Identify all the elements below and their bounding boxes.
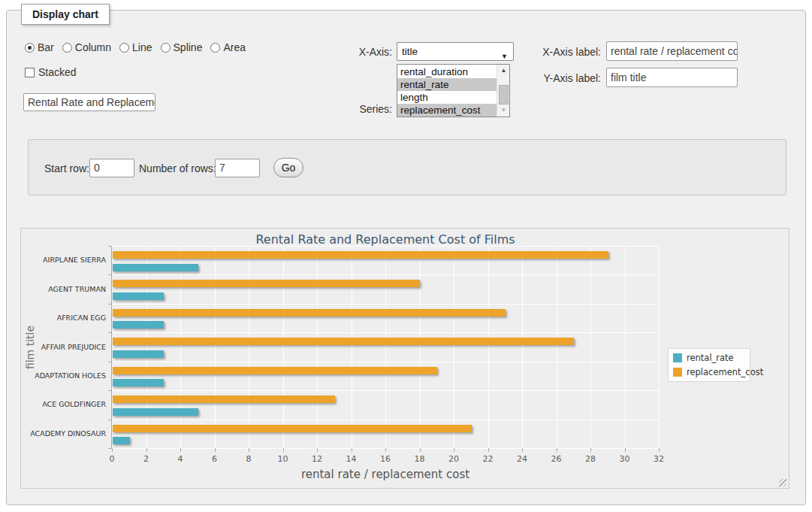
start-row-label: Start row: <box>44 162 89 174</box>
bar-replacement_cost[interactable] <box>113 309 506 317</box>
x-axis-tick <box>215 448 216 452</box>
gridline-vertical <box>488 246 489 448</box>
x-axis-tick <box>522 448 523 452</box>
series-option-rental-duration[interactable]: rental_duration <box>397 65 497 78</box>
go-button[interactable]: Go <box>273 158 303 177</box>
legend-swatch <box>673 353 682 362</box>
start-row-input[interactable]: 0 <box>89 159 134 177</box>
stacked-checkbox-row[interactable]: Stacked <box>25 66 77 78</box>
x-axis-tick <box>249 448 249 452</box>
bar-rental_rate[interactable] <box>113 408 198 416</box>
radio-line[interactable]: Line <box>119 41 152 53</box>
x-axis-selected-value: title <box>402 46 418 57</box>
chart-container: Rental Rate and Replacement Cost of Film… <box>20 228 789 489</box>
plot-area <box>112 246 659 448</box>
legend-label: replacement_cost <box>687 367 763 377</box>
radio-line-icon[interactable] <box>119 43 129 53</box>
x-axis-tick <box>557 448 557 452</box>
radio-column-label: Column <box>75 41 111 53</box>
radio-area-label: Area <box>223 41 246 53</box>
scrollbar-thumb[interactable] <box>499 85 509 105</box>
category-label: AGENT TRUMAN <box>23 285 106 293</box>
bar-rental_rate[interactable] <box>113 321 164 329</box>
x-axis-label-label: X-Axis label: <box>526 46 601 58</box>
category-label: AIRPLANE SIERRA <box>23 256 106 264</box>
x-tick-label: 18 <box>406 454 433 464</box>
series-option-rental-rate[interactable]: rental_rate <box>397 78 497 91</box>
chart-legend: rental_ratereplacement_cost <box>668 348 750 382</box>
x-axis-label-input[interactable]: rental rate / replacement cost <box>606 41 738 61</box>
x-tick-label: 14 <box>338 454 365 464</box>
bar-rental_rate[interactable] <box>113 379 164 386</box>
gridline-vertical <box>454 246 454 448</box>
gridline-vertical <box>420 246 421 448</box>
stacked-label: Stacked <box>38 66 77 78</box>
bar-replacement_cost[interactable] <box>113 367 437 374</box>
category-tick <box>108 362 112 362</box>
legend-label: rental_rate <box>687 353 734 363</box>
bar-rental_rate[interactable] <box>113 350 164 358</box>
chevron-down-icon: ▼ <box>501 48 508 65</box>
series-option-length[interactable]: length <box>397 91 497 104</box>
radio-bar[interactable]: Bar <box>25 41 54 53</box>
x-tick-label: 24 <box>509 454 536 464</box>
x-axis-tick <box>180 448 181 452</box>
bar-replacement_cost[interactable] <box>113 280 420 287</box>
x-tick-label: 2 <box>133 454 160 464</box>
resize-grip-icon[interactable] <box>779 479 786 486</box>
radio-column-icon[interactable] <box>62 43 72 53</box>
x-axis-title: rental rate / replacement cost <box>112 468 659 481</box>
radio-bar-icon[interactable] <box>25 43 35 53</box>
bar-rental_rate[interactable] <box>113 264 198 271</box>
x-axis-tick <box>488 448 489 452</box>
x-tick-label: 4 <box>167 454 194 464</box>
x-axis-select-label: X-Axis: <box>331 46 392 58</box>
bar-rental_rate[interactable] <box>113 292 164 300</box>
series-listbox[interactable]: rental_duration rental_rate length repla… <box>397 64 510 117</box>
bar-replacement_cost[interactable] <box>113 395 335 403</box>
category-label: ACE GOLDFINGER <box>23 400 106 408</box>
gridline-vertical <box>590 246 591 448</box>
scroll-up-icon[interactable]: ▲ <box>497 65 510 77</box>
gridline-vertical <box>317 246 318 448</box>
y-axis-label-input[interactable]: film title <box>606 68 738 87</box>
x-tick-label: 8 <box>235 454 262 464</box>
bar-replacement_cost[interactable] <box>113 425 472 432</box>
series-option-replacement-cost[interactable]: replacement_cost <box>397 104 497 117</box>
stacked-checkbox[interactable] <box>25 68 35 77</box>
gridline-vertical <box>249 246 249 448</box>
bar-replacement_cost[interactable] <box>113 338 574 345</box>
x-tick-label: 22 <box>475 454 502 464</box>
legend-item-rental_rate[interactable]: rental_rate <box>673 353 745 363</box>
radio-area[interactable]: Area <box>210 41 246 53</box>
radio-column[interactable]: Column <box>62 41 111 53</box>
x-tick-label: 30 <box>611 454 638 464</box>
num-rows-label: Number of rows: <box>139 162 216 174</box>
page: Display chart Bar Column Line Spline Are… <box>0 0 812 512</box>
x-axis-tick <box>352 448 352 452</box>
bar-rental_rate[interactable] <box>113 437 130 444</box>
radio-spline-icon[interactable] <box>161 43 171 53</box>
scroll-down-icon[interactable]: ▼ <box>497 105 510 117</box>
legend-item-replacement_cost[interactable]: replacement_cost <box>673 367 745 377</box>
x-tick-label: 10 <box>270 454 297 464</box>
x-axis-tick <box>112 448 113 452</box>
radio-spline[interactable]: Spline <box>161 41 203 53</box>
x-tick-label: 32 <box>645 454 672 464</box>
num-rows-input[interactable]: 7 <box>215 159 260 177</box>
radio-bar-label: Bar <box>38 41 54 53</box>
chart-title-input[interactable]: Rental Rate and Replacement Cost of Film… <box>23 93 155 111</box>
radio-spline-label: Spline <box>174 41 203 53</box>
x-axis-tick <box>590 448 591 452</box>
x-axis-tick <box>454 448 454 452</box>
chart-title: Rental Rate and Replacement Cost of Film… <box>112 232 659 247</box>
category-tick <box>108 390 112 391</box>
gridline-vertical <box>352 246 352 448</box>
radio-area-icon[interactable] <box>210 43 220 53</box>
listbox-scrollbar[interactable]: ▲ ▼ <box>497 65 509 117</box>
bar-replacement_cost[interactable] <box>113 251 608 259</box>
category-tick <box>108 304 112 304</box>
gridline-vertical <box>385 246 386 448</box>
category-tick <box>108 274 112 275</box>
x-axis-select[interactable]: title ▼ <box>397 42 514 61</box>
